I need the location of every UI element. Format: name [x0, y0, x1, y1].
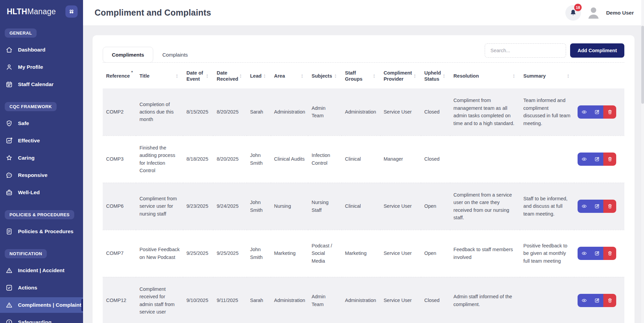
page-scrollbar[interactable] — [641, 0, 644, 323]
cell-summary — [520, 277, 574, 323]
delete-button[interactable] — [603, 153, 616, 166]
section-badge-cqc-framework: CQC FRAMEWORK — [5, 102, 57, 111]
edit-button[interactable] — [590, 247, 603, 260]
sort-icon[interactable]: ▴▾ — [206, 74, 210, 78]
column-header-summary[interactable]: Summary▴▾ — [520, 64, 574, 88]
edit-button[interactable] — [590, 105, 603, 119]
cell-date_of_event: 8/15/2025 — [183, 88, 213, 136]
sidebar-item-incident-accident[interactable]: Incident | Accident — [0, 263, 83, 278]
sidebar-item-my-profile[interactable]: My Profile — [0, 59, 83, 75]
sidebar-item-safe[interactable]: Safe — [0, 116, 83, 131]
column-header-title[interactable]: Title▴▾ — [136, 64, 183, 88]
cell-subjects: Nursing Staff — [308, 183, 341, 230]
sidebar-item-staff-calendar[interactable]: Staff Calendar — [0, 77, 83, 92]
sidebar-item-caring[interactable]: Caring — [0, 150, 83, 166]
sidebar-item-label: Caring — [18, 155, 35, 161]
sort-icon[interactable]: ▴▾ — [335, 74, 338, 78]
user-avatar[interactable] — [586, 5, 601, 21]
delete-button[interactable] — [603, 200, 616, 213]
sidebar-item-safeguarding[interactable]: Safeguarding — [0, 315, 83, 323]
logo-bold: HLTH — [7, 7, 27, 16]
sort-icon[interactable]: ▴▾ — [240, 74, 243, 78]
chart-icon — [5, 137, 13, 144]
tab-compliments[interactable]: Compliments — [103, 47, 153, 63]
column-label: Staff Groups — [345, 70, 372, 82]
view-button[interactable] — [578, 105, 590, 119]
cell-area: Clinical Audits — [271, 136, 308, 183]
delete-button[interactable] — [603, 105, 616, 119]
add-compliment-button[interactable]: Add Compliment — [570, 43, 624, 58]
column-header-resolution[interactable]: Resolution▴▾ — [450, 64, 520, 88]
sort-icon[interactable]: ▴▾ — [567, 74, 571, 78]
edit-button[interactable] — [590, 294, 603, 307]
view-button[interactable] — [578, 200, 590, 213]
notification-count-badge: 18 — [574, 4, 582, 11]
column-header-date-of-event[interactable]: Date of Event▴▾ — [183, 64, 213, 88]
view-button[interactable] — [578, 153, 590, 166]
sort-icon[interactable]: ▴▾ — [264, 74, 267, 78]
column-header-date-received[interactable]: Date Received▴▾ — [213, 64, 246, 88]
cell-staff_groups: Administration — [342, 277, 380, 323]
sidebar-item-label: Staff Calendar — [18, 81, 54, 87]
cell-subjects: Infection Control — [308, 136, 341, 183]
cell-actions — [574, 230, 624, 277]
column-header-compliment-provider[interactable]: Compliment Provider▴▾ — [380, 64, 421, 88]
cell-upheld_status: Closed — [421, 136, 450, 183]
column-header-area[interactable]: Area▴▾ — [271, 64, 308, 88]
sidebar-item-effective[interactable]: Effective — [0, 133, 83, 148]
column-header-staff-groups[interactable]: Staff Groups▴▾ — [342, 64, 380, 88]
sidebar: HLTHManage GENERALDashboardMy ProfileSta… — [0, 0, 83, 323]
tab-complaints[interactable]: Complaints — [153, 47, 197, 63]
apps-grid-button[interactable] — [65, 5, 78, 18]
sidebar-item-label: Policies & Procedures — [18, 228, 74, 235]
sidebar-item-compliments-complaints[interactable]: Compliments | Complaints — [0, 297, 83, 313]
column-label: Area — [274, 73, 285, 79]
sidebar-item-label: Effective — [18, 138, 40, 144]
logo-light: Manage — [27, 7, 56, 16]
sort-icon[interactable]: ▴▾ — [414, 74, 418, 78]
section-badge-notification: NOTIFICATION — [5, 249, 47, 258]
main-content: ComplimentsComplaints Add Compliment Ref… — [83, 26, 644, 323]
sort-icon[interactable]: ▴▾ — [301, 74, 305, 78]
column-header-upheld-status[interactable]: Upheld Status▴▾ — [421, 64, 450, 88]
column-header-reference[interactable]: Reference▴ — [103, 64, 136, 88]
user-name: Demo User — [606, 10, 634, 16]
sort-icon[interactable]: ▴ — [131, 70, 135, 73]
sidebar-item-well-led[interactable]: Well-Led — [0, 185, 83, 200]
scrollbar-thumb[interactable] — [641, 26, 644, 104]
delete-button[interactable] — [603, 247, 616, 260]
sort-icon[interactable]: ▴▾ — [443, 74, 447, 78]
sidebar-item-responsive[interactable]: Responsive — [0, 167, 83, 183]
row-actions — [578, 105, 616, 119]
edit-button[interactable] — [590, 153, 603, 166]
sidebar-item-policies-procedures[interactable]: Policies & Procedures — [0, 224, 83, 239]
eye-icon — [581, 250, 587, 256]
cell-date_received: 9/25/2025 — [213, 230, 246, 277]
edit-button[interactable] — [590, 200, 603, 213]
trash-icon — [607, 156, 613, 162]
table-row: COMP2Completion of actions due this mont… — [103, 88, 624, 136]
star-icon — [5, 154, 13, 162]
column-header-lead[interactable]: Lead▴▾ — [247, 64, 271, 88]
row-actions — [578, 294, 616, 307]
delete-button[interactable] — [603, 294, 616, 307]
cell-date_received: 8/20/2025 — [213, 88, 246, 136]
column-header-subjects[interactable]: Subjects▴▾ — [308, 64, 341, 88]
view-button[interactable] — [578, 294, 590, 307]
view-button[interactable] — [578, 247, 590, 260]
sort-icon[interactable]: ▴▾ — [374, 74, 377, 78]
cell-resolution — [450, 136, 520, 183]
cell-date_of_event: 9/23/2025 — [183, 183, 213, 230]
sidebar-item-actions[interactable]: Actions — [0, 280, 83, 296]
sidebar-nav: GENERALDashboardMy ProfileStaff Calendar… — [0, 20, 83, 323]
cell-title: Positive Feedback on New Podcast — [136, 230, 183, 277]
cell-title: Finished the auditing process for Infect… — [136, 136, 183, 183]
document-icon — [5, 228, 13, 235]
cell-actions — [574, 277, 624, 323]
sort-icon[interactable]: ▴▾ — [176, 74, 180, 78]
search-input[interactable] — [485, 43, 566, 58]
sort-icon[interactable]: ▴▾ — [513, 74, 517, 78]
sidebar-item-dashboard[interactable]: Dashboard — [0, 42, 83, 58]
eye-icon — [581, 156, 587, 162]
notifications-button[interactable]: 18 — [565, 5, 581, 21]
